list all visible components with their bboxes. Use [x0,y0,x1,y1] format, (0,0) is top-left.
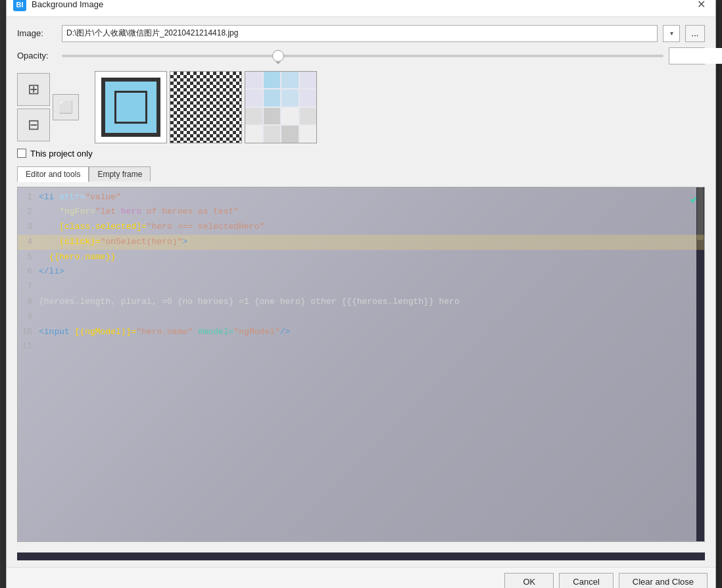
opacity-value-input[interactable]: 24 [669,48,722,64]
line-num-10: 10 [18,326,39,339]
line-num-6: 6 [18,265,39,279]
stretch-pattern-button[interactable]: ⊞ [17,73,50,106]
tile-pattern-button[interactable]: ⊟ [17,109,50,141]
line-6-text: </li> [39,265,64,279]
preview-inner-frame [101,78,160,137]
preview-inner-square [114,91,147,124]
line-num-1: 1 [18,191,39,205]
slider-track [62,55,663,57]
tabs-row: Editor and tools Empty frame [17,166,705,182]
code-line-3: 3 [class.selected]="hero === selectedHer… [18,220,704,235]
code-line-4: 4 (click)="onSelect(hero)"> [18,235,704,250]
code-line-1: 1 <li attr="value" [18,190,704,205]
image-row: Image: ▾ ... [17,25,705,42]
line-num-11: 11 [18,340,39,354]
line-num-4: 4 [18,235,39,249]
line-5-text: {{hero.name}} [39,251,116,264]
background-image-dialog: BI Background Image ✕ Image: ▾ ... Opaci… [6,0,716,588]
grid-cell [281,89,299,107]
opacity-label: Opacity: [17,51,57,61]
image-dropdown-arrow[interactable]: ▾ [663,25,680,42]
grid-cell [245,89,262,107]
grid-preview [245,71,317,143]
grid-cell [264,126,281,143]
grid-cell [245,72,262,89]
center-pattern-button[interactable]: ⬜ [53,94,79,120]
grid-cell [300,72,317,89]
slider-thumb[interactable] [272,50,284,62]
tab-editor-tools[interactable]: Editor and tools [17,166,89,182]
line-1-text: <li attr="value" [39,191,121,205]
grid-cell [281,126,299,143]
line-num-8: 8 [18,295,39,309]
grid-cell [245,126,262,143]
code-editor: ✔ 1 <li attr="value" 2 *ngFor="let hero … [17,187,705,542]
square-frame-preview [95,71,167,143]
dialog-footer: OK Cancel Clear and Close [7,567,715,589]
close-button[interactable]: ✕ [693,0,709,12]
project-only-row: This project only [17,149,705,159]
dialog-icon: BI [13,0,26,11]
pattern-buttons-group: ⊞ ⊟ [17,73,50,141]
checkerboard-preview [170,71,242,143]
browse-button[interactable]: ... [685,25,705,42]
code-line-11: 11 [18,339,704,355]
cancel-button[interactable]: Cancel [559,573,613,589]
code-line-6: 6 </li> [18,264,704,280]
opacity-spinbox: 24 ▲ ▼ [669,47,705,64]
grid-cell [300,89,317,107]
grid-cell [264,72,281,89]
title-bar: BI Background Image ✕ [7,0,715,17]
grid-cell [245,108,262,125]
line-3-text: [class.selected]="hero === selectedHero" [39,220,264,234]
image-label: Image: [17,28,57,38]
project-only-checkbox[interactable] [17,149,26,158]
line-8-text: {heroes.length, plural, =0 {no heroes} =… [39,295,460,309]
line-2-text: *ngFor="let hero of heroes as test" [39,205,239,219]
clear-and-close-button[interactable]: Clear and Close [619,573,708,589]
line-num-5: 5 [18,251,39,264]
line-10-text: <input [(ngModel)]="hero.name" #model="n… [39,326,290,339]
dialog-title: Background Image [32,0,693,9]
ok-button[interactable]: OK [504,573,554,589]
line-num-9: 9 [18,310,39,324]
project-only-label: This project only [30,149,93,159]
grid-cell [300,108,317,125]
editor-horizontal-scrollbar[interactable] [17,552,705,560]
tab-empty-frame[interactable]: Empty frame [89,166,151,182]
line-4-text: (click)="onSelect(hero)"> [39,235,187,249]
dialog-body: Image: ▾ ... Opacity: 24 ▲ ▼ [7,17,715,567]
code-line-10: 10 <input [(ngModel)]="hero.name" #model… [18,325,704,340]
code-line-8: 8 {heroes.length, plural, =0 {no heroes}… [18,295,704,310]
grid-cell [264,108,281,125]
line-num-2: 2 [18,205,39,219]
line-num-7: 7 [18,280,39,294]
code-line-9: 9 [18,310,704,325]
grid-cell [281,72,299,89]
grid-cell [300,126,317,143]
grid-cell [281,108,299,125]
opacity-row: Opacity: 24 ▲ ▼ [17,47,705,64]
code-line-5: 5 {{hero.name}} [18,250,704,265]
patterns-row: ⊞ ⊟ ⬜ [17,71,705,143]
opacity-slider[interactable] [62,49,663,62]
line-num-3: 3 [18,220,39,234]
code-content[interactable]: 1 <li attr="value" 2 *ngFor="let hero of… [18,187,704,358]
grid-cell [264,89,281,107]
code-line-7: 7 [18,280,704,295]
image-path-input[interactable] [62,25,658,42]
code-line-2: 2 *ngFor="let hero of heroes as test" [18,205,704,220]
preview-area [95,71,317,143]
